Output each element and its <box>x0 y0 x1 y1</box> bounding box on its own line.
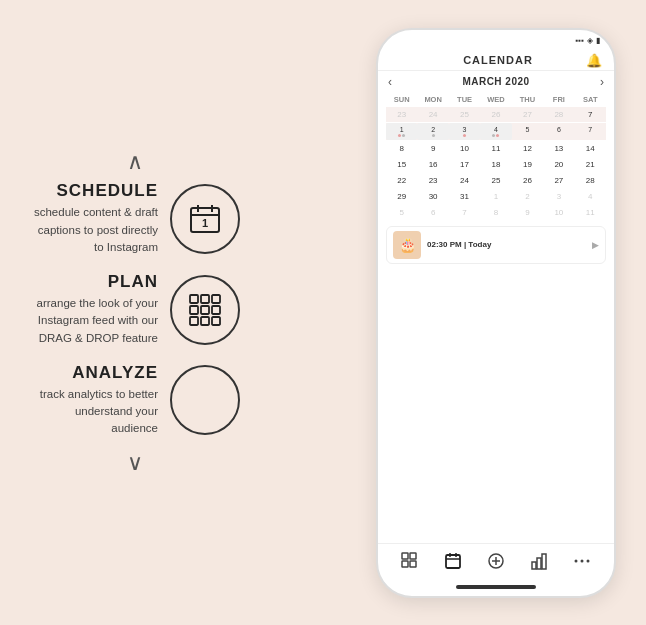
svg-rect-18 <box>410 553 416 559</box>
svg-text:1: 1 <box>202 217 208 229</box>
day-2b[interactable]: 26 <box>512 173 543 188</box>
month-nav: ‹ MARCH 2020 › <box>378 71 614 93</box>
day-3c[interactable]: 3 <box>543 189 574 204</box>
day-31[interactable]: 24 <box>449 173 480 188</box>
event-row[interactable]: 🎂 02:30 PM | Today ▶ <box>386 226 606 264</box>
notification-icon[interactable]: 🔔 <box>586 53 602 68</box>
day-header-tue: TUE <box>449 93 480 106</box>
plan-title: PLAN <box>108 272 158 292</box>
week-5: 22 23 24 25 26 27 28 <box>386 173 606 188</box>
svg-rect-20 <box>410 561 416 567</box>
week-3: 8 9 10 11 12 13 14 <box>386 141 606 156</box>
svg-rect-12 <box>201 317 209 325</box>
day-23[interactable]: 23 <box>386 107 417 122</box>
plan-grid-icon <box>185 290 225 330</box>
prev-month-button[interactable]: ‹ <box>388 75 392 89</box>
day-14[interactable]: 7 <box>575 123 606 140</box>
event-action-icon[interactable]: ▶ <box>592 240 599 250</box>
day-17[interactable]: 10 <box>449 141 480 156</box>
day-8c[interactable]: 8 <box>480 205 511 220</box>
day-28b[interactable]: 21 <box>575 157 606 172</box>
svg-rect-30 <box>542 554 546 569</box>
day-26b[interactable]: 19 <box>512 157 543 172</box>
nav-calendar-icon[interactable] <box>444 552 462 574</box>
nav-add-icon[interactable] <box>487 552 505 574</box>
day-23b[interactable]: 16 <box>417 157 448 172</box>
svg-rect-29 <box>537 558 541 569</box>
day-26[interactable]: 26 <box>480 107 511 122</box>
day-10[interactable]: 3 <box>449 123 480 140</box>
day-24b[interactable]: 17 <box>449 157 480 172</box>
day-7c[interactable]: 7 <box>449 205 480 220</box>
svg-point-33 <box>587 559 590 562</box>
day-31b[interactable]: 31 <box>449 189 480 204</box>
nav-analytics-icon[interactable] <box>530 552 548 574</box>
nav-grid-icon[interactable] <box>401 552 419 574</box>
day-4b[interactable]: 28 <box>575 173 606 188</box>
day-4c[interactable]: 4 <box>575 189 606 204</box>
plan-desc: arrange the look of your Instagram feed … <box>30 295 158 347</box>
calendar-weeks: 23 24 25 26 27 28 7 1 2 <box>386 107 606 220</box>
svg-rect-10 <box>212 306 220 314</box>
analyze-desc: track analytics to better understand you… <box>30 386 158 438</box>
schedule-feature: SCHEDULE schedule content & draft captio… <box>30 181 240 256</box>
day-10c[interactable]: 10 <box>543 205 574 220</box>
wifi-icon: ◈ <box>587 36 593 45</box>
day-11c[interactable]: 11 <box>575 205 606 220</box>
day-21[interactable]: 14 <box>575 141 606 156</box>
plan-feature: PLAN arrange the look of your Instagram … <box>30 272 240 347</box>
day-header-thu: THU <box>512 93 543 106</box>
day-headers: SUN MON TUE WED THU FRI SAT <box>386 93 606 106</box>
day-25[interactable]: 25 <box>449 107 480 122</box>
day-27b[interactable]: 20 <box>543 157 574 172</box>
day-6c[interactable]: 6 <box>417 205 448 220</box>
day-header-sat: SAT <box>575 93 606 106</box>
day-28[interactable]: 28 <box>543 107 574 122</box>
battery-icon: ▮ <box>596 36 600 45</box>
day-1b[interactable]: 25 <box>480 173 511 188</box>
svg-rect-11 <box>190 317 198 325</box>
week-1: 23 24 25 26 27 28 7 <box>386 107 606 122</box>
calendar-grid: SUN MON TUE WED THU FRI SAT 23 24 25 26 … <box>378 93 614 220</box>
day-12[interactable]: 5 <box>512 123 543 140</box>
event-thumbnail: 🎂 <box>393 231 421 259</box>
schedule-title: SCHEDULE <box>56 181 158 201</box>
day-2c[interactable]: 2 <box>512 189 543 204</box>
svg-rect-13 <box>212 317 220 325</box>
day-13[interactable]: 6 <box>543 123 574 140</box>
day-19[interactable]: 12 <box>512 141 543 156</box>
nav-down-arrow[interactable]: ∨ <box>127 452 143 474</box>
day-header-sun: SUN <box>386 93 417 106</box>
svg-rect-28 <box>532 562 536 569</box>
day-16[interactable]: 9 <box>417 141 448 156</box>
day-18[interactable]: 11 <box>480 141 511 156</box>
day-30[interactable]: 23 <box>417 173 448 188</box>
next-month-button[interactable]: › <box>600 75 604 89</box>
status-bar: ▪▪▪ ◈ ▮ <box>378 30 614 47</box>
week-2: 1 2 3 4 5 6 7 <box>386 123 606 140</box>
day-8[interactable]: 1 <box>386 123 417 140</box>
day-15[interactable]: 8 <box>386 141 417 156</box>
svg-rect-5 <box>190 295 198 303</box>
day-20[interactable]: 13 <box>543 141 574 156</box>
week-7: 5 6 7 8 9 10 11 <box>386 205 606 220</box>
day-11[interactable]: 4 <box>480 123 511 140</box>
day-29b[interactable]: 29 <box>386 189 417 204</box>
day-1c[interactable]: 1 <box>480 189 511 204</box>
week-6: 29 30 31 1 2 3 4 <box>386 189 606 204</box>
calendar-header: CALENDAR 🔔 <box>378 47 614 71</box>
day-24[interactable]: 24 <box>417 107 448 122</box>
nav-up-arrow[interactable]: ∧ <box>127 151 143 173</box>
day-1[interactable]: 7 <box>575 107 606 122</box>
day-25b[interactable]: 18 <box>480 157 511 172</box>
phone-bottom-nav <box>378 543 614 578</box>
day-30b[interactable]: 30 <box>417 189 448 204</box>
nav-more-icon[interactable] <box>573 552 591 574</box>
day-5c[interactable]: 5 <box>386 205 417 220</box>
day-9c[interactable]: 9 <box>512 205 543 220</box>
day-9[interactable]: 2 <box>417 123 448 140</box>
day-29[interactable]: 22 <box>386 173 417 188</box>
day-22[interactable]: 15 <box>386 157 417 172</box>
day-27[interactable]: 27 <box>512 107 543 122</box>
day-3b[interactable]: 27 <box>543 173 574 188</box>
